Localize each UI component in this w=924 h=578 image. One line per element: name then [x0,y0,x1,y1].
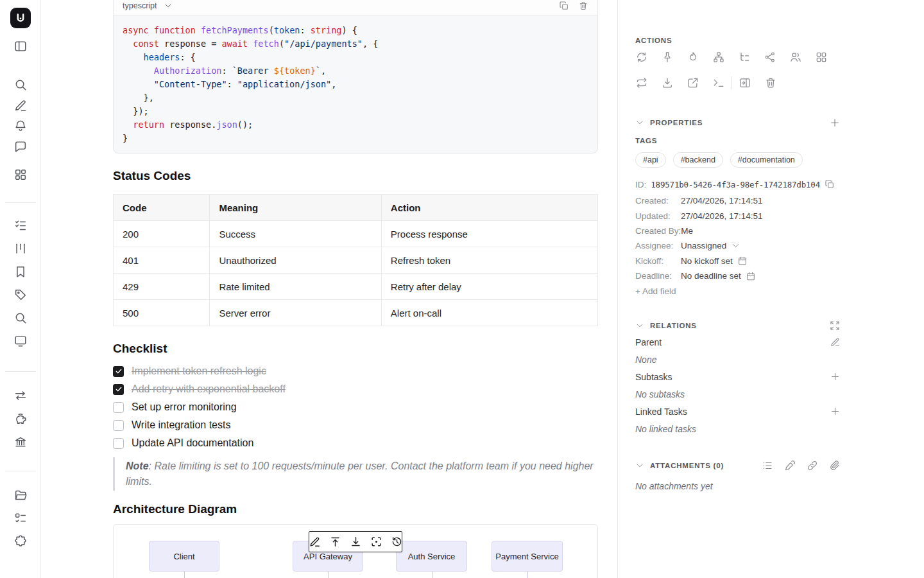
collapse-attachments-icon[interactable] [635,461,644,470]
table-cell: 500 [114,300,210,326]
piggy-icon[interactable] [13,412,28,426]
field-label: Assignee: [635,241,681,250]
history-icon[interactable] [391,536,403,548]
diagram-connector [328,572,329,578]
tree-action-button[interactable] [732,44,757,70]
field-label: Created By: [635,226,681,236]
focus-icon[interactable] [370,536,382,548]
delete-code-button[interactable] [578,1,588,11]
checklist-item: Implement token refresh logic [113,362,598,380]
relation-label: Parent [635,337,662,347]
tags-list: #api#backend#documentation [635,152,841,168]
search-icon[interactable] [13,78,28,92]
table-row: 429Rate limitedRetry after delay [114,274,598,300]
tasks-icon[interactable] [13,511,28,525]
tag-icon[interactable] [13,288,28,302]
checkbox-checked[interactable] [113,366,124,377]
plus-icon[interactable] [830,406,841,417]
people-action-button[interactable] [783,44,809,70]
swap-icon[interactable] [13,389,28,403]
attachments-actions [762,460,841,471]
checkbox-unchecked[interactable] [113,438,124,449]
panel-left-toggle-icon[interactable] [13,39,28,53]
download-bar-icon[interactable] [350,536,362,548]
refresh-action-button[interactable] [629,44,654,70]
share-icon [764,51,776,64]
add-property-button[interactable] [829,117,841,128]
pen-icon[interactable] [784,460,796,471]
pin-action-button[interactable] [654,44,680,70]
checkbox-checked[interactable] [113,384,124,395]
attachments-title: ATTACHMENTS (0) [650,462,724,469]
code-content[interactable]: async function fetchPayments(token: stri… [114,15,597,153]
plus-icon[interactable] [830,371,841,382]
org-action-button[interactable] [706,44,732,70]
bookmark-icon[interactable] [13,265,28,279]
todo-icon[interactable] [13,218,28,232]
list-detail-icon[interactable] [762,460,773,471]
upload-bar-icon[interactable] [329,536,341,548]
checklist-item-label: Update API documentation [132,437,253,449]
paperclip-icon[interactable] [829,460,841,471]
tag-pill[interactable]: #api [635,152,666,168]
relations-header: RELATIONS [635,318,841,333]
kanban-icon[interactable] [13,241,28,256]
checkbox-unchecked[interactable] [113,402,124,413]
search-icon[interactable] [13,311,28,325]
bank-icon[interactable] [13,435,28,449]
tag-pill[interactable]: #documentation [730,152,803,168]
image-toolbar [309,531,402,552]
monitor-icon[interactable] [13,334,28,348]
table-header-cell: Code [114,195,210,221]
code-language-select[interactable]: typescript [123,1,173,10]
checklist-item: Update API documentation [113,434,598,452]
collapse-properties-icon[interactable] [635,118,644,127]
tree-icon [738,51,751,64]
collapse-relations-icon[interactable] [635,321,644,330]
table-cell: Server error [210,300,381,326]
repeat-action-button[interactable] [629,70,654,96]
table-header-cell: Action [381,195,597,221]
field-value[interactable]: Unassigned [681,241,726,250]
field-value[interactable]: No deadline set [681,271,741,281]
folder-icon[interactable] [13,488,28,502]
calendar-icon[interactable] [737,256,748,266]
flame-action-button[interactable] [680,44,706,70]
field-value[interactable]: No kickoff set [681,256,733,266]
sidebar-group [5,488,36,548]
tag-pill[interactable]: #backend [673,152,723,168]
link-icon[interactable] [807,460,818,471]
id-value: 189571b0-5426-4f3a-98ef-1742187db104 [651,180,820,189]
grid4-action-button[interactable] [809,44,834,70]
table-cell: Process response [381,221,597,247]
pencil-icon[interactable] [13,98,28,112]
checkbox-unchecked[interactable] [113,420,124,431]
terminal-action-button[interactable] [706,70,732,96]
puzzle-icon[interactable] [13,534,28,548]
relation-empty-text: None [635,351,841,368]
pencil-icon[interactable] [830,337,841,347]
dashboard-icon[interactable] [13,168,28,182]
copy-code-button[interactable] [559,1,569,11]
share-action-button[interactable] [757,44,783,70]
checklist-item: Add retry with exponential backoff [113,380,598,398]
huly-logo-icon [14,12,27,24]
app-logo[interactable] [10,8,31,28]
bell-icon[interactable] [13,119,28,133]
pencil-icon[interactable] [309,536,321,548]
checklist-heading: Checklist [113,342,598,356]
calendar-icon[interactable] [746,271,756,281]
trash-action-button[interactable] [758,70,783,96]
external-action-button[interactable] [680,70,706,96]
expand-relations-button[interactable] [829,320,841,331]
property-field-row: Created By:Me [635,223,841,238]
actions-icon-row-1 [629,44,841,70]
panel-right-action-button[interactable] [732,70,758,96]
add-field-button[interactable]: + Add field [635,285,841,297]
property-field-row: Updated:27/04/2026, 17:14:51 [635,208,841,223]
copy-id-button[interactable] [825,179,835,189]
download-action-button[interactable] [654,70,680,96]
chevron-down-icon[interactable] [731,241,740,250]
note-label: Note [126,460,149,471]
chat-icon[interactable] [13,139,28,153]
